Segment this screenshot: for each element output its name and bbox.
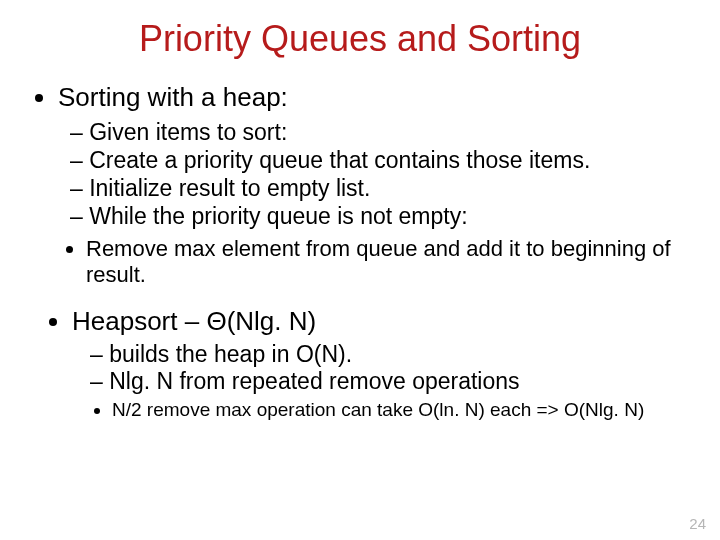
bullet-list-level2: Given items to sort: Create a priority q… — [36, 119, 684, 230]
bullet-l3-item: Remove max element from queue and add it… — [86, 236, 684, 288]
bullet-l1-sorting: Sorting with a heap: — [58, 82, 684, 113]
bullet-l2-item: While the priority queue is not empty: — [70, 203, 684, 230]
bullet-l2b-item: builds the heap in O(N). — [90, 341, 684, 368]
bullet-list-level3b: N/2 remove max operation can take O(ln. … — [36, 399, 684, 421]
bullet-list-level2b: builds the heap in O(N). Nlg. N from rep… — [36, 341, 684, 395]
bullet-list-level1: Sorting with a heap: — [36, 82, 684, 113]
slide-title: Priority Queues and Sorting — [36, 18, 684, 60]
bullet-l1-heapsort: Heapsort – Θ(Nlg. N) — [72, 306, 684, 337]
bullet-l2-item: Create a priority queue that contains th… — [70, 147, 684, 174]
page-number: 24 — [689, 515, 706, 532]
bullet-l2-item: Given items to sort: — [70, 119, 684, 146]
bullet-list-level3: Remove max element from queue and add it… — [36, 236, 684, 288]
bullet-l3b-item: N/2 remove max operation can take O(ln. … — [112, 399, 684, 421]
bullet-l2b-item: Nlg. N from repeated remove operations — [90, 368, 684, 395]
section-heapsort: Heapsort – Θ(Nlg. N) builds the heap in … — [36, 306, 684, 421]
bullet-list-level1b: Heapsort – Θ(Nlg. N) — [36, 306, 684, 337]
bullet-l2-item: Initialize result to empty list. — [70, 175, 684, 202]
slide: Priority Queues and Sorting Sorting with… — [0, 0, 720, 540]
